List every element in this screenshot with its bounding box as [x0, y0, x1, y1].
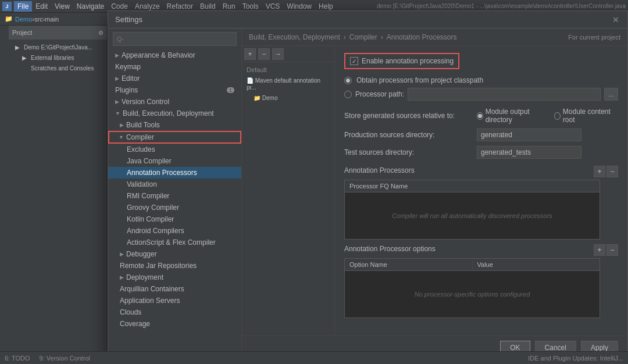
- enable-annotation-checkbox-container: Enable annotation processing: [344, 53, 459, 69]
- processor-path-radio[interactable]: [344, 91, 352, 98]
- demo-profile-item[interactable]: 📁 Demo: [242, 92, 334, 103]
- options-table-header: Option Name Value: [345, 259, 600, 271]
- options-empty-message: No processor-specific options configured: [415, 291, 530, 298]
- project-panel: Project ⚙ ▶ Demo E:\GitProject\Java... ▶…: [9, 26, 108, 364]
- expand-icon: ▶: [120, 122, 124, 128]
- nav-plugins[interactable]: Plugins 1: [108, 84, 241, 96]
- project-label: Project: [12, 29, 32, 36]
- menu-navigate[interactable]: Navigate: [73, 1, 108, 12]
- nav-build-execution[interactable]: ▼ Build, Execution, Deployment: [108, 108, 241, 119]
- remove-processor-row-button[interactable]: −: [606, 166, 618, 177]
- bottom-bar: 6: TODO 9: Version Control IDE and Plugi…: [0, 351, 628, 364]
- module-content-radio[interactable]: [554, 112, 561, 120]
- processor-path-label: Processor path:: [355, 90, 404, 98]
- add-option-button[interactable]: +: [594, 244, 605, 256]
- obtain-classpath-radio[interactable]: [344, 77, 352, 84]
- nav-clouds[interactable]: Clouds: [108, 306, 241, 318]
- tree-scratches-label: Scratches and Consoles: [31, 65, 94, 72]
- tree-demo[interactable]: ▶ Demo E:\GitProject\Java...: [9, 42, 107, 52]
- nav-actionscript-compiler[interactable]: ActionScript & Flex Compiler: [108, 237, 241, 248]
- tree-scratches[interactable]: Scratches and Consoles: [9, 63, 107, 73]
- processors-header-row: Annotation Processors + −: [344, 166, 618, 177]
- enable-annotation-checkbox[interactable]: [350, 57, 358, 65]
- plugins-badge: 1: [227, 87, 234, 93]
- test-sources-label: Test sources directory:: [344, 148, 472, 156]
- store-generated-row: Store generated sources relative to: Mod…: [344, 108, 618, 124]
- config-area: Enable annotation processing Obtain proc…: [335, 46, 627, 336]
- menu-refactor[interactable]: Refactor: [163, 1, 197, 12]
- menu-run[interactable]: Run: [219, 1, 239, 12]
- breadcrumb-main[interactable]: main: [45, 16, 59, 23]
- processor-path-input[interactable]: [408, 88, 601, 101]
- menu-view[interactable]: View: [51, 1, 73, 12]
- nav-deployment[interactable]: ▶ Deployment: [108, 272, 241, 283]
- breadcrumb-part3: Annotation Processors: [387, 33, 457, 41]
- add-processor-row-button[interactable]: +: [594, 166, 605, 177]
- nav-validation[interactable]: Validation: [108, 179, 241, 190]
- demo-icon: 📁: [254, 95, 262, 101]
- nav-keymap[interactable]: Keymap: [108, 61, 241, 73]
- project-settings-icon[interactable]: ⚙: [98, 30, 104, 36]
- remove-processor-button[interactable]: −: [258, 48, 270, 60]
- nav-version-control[interactable]: ▶ Version Control: [108, 96, 241, 108]
- version-control-label[interactable]: 9: Version Control: [40, 355, 90, 362]
- nav-compiler[interactable]: ▼ Compiler: [108, 131, 241, 144]
- dialog-title: Settings: [115, 15, 142, 24]
- options-header-row: Annotation Processor options + −: [344, 244, 618, 256]
- close-icon[interactable]: ✕: [611, 15, 620, 24]
- nav-editor[interactable]: ▶ Editor: [108, 73, 241, 84]
- module-output-radio[interactable]: [477, 112, 483, 120]
- library-icon: ▶: [20, 53, 28, 62]
- expand-icon: ▶: [120, 274, 124, 280]
- settings-search-input[interactable]: [113, 32, 237, 46]
- menu-window[interactable]: Window: [283, 1, 315, 12]
- store-generated-label: Store generated sources relative to:: [344, 112, 472, 120]
- production-sources-input[interactable]: [477, 129, 581, 141]
- move-processor-button[interactable]: →: [272, 48, 284, 60]
- tree-external-libs[interactable]: ▶ External libraries: [9, 52, 107, 63]
- maven-default-item[interactable]: 📄 Maven default annotation pr...: [242, 75, 334, 92]
- nav-remote-jar[interactable]: Remote Jar Repositories: [108, 260, 241, 272]
- nav-debugger[interactable]: ▶ Debugger: [108, 248, 241, 260]
- nav-java-compiler[interactable]: Java Compiler: [108, 155, 241, 167]
- breadcrumb-src[interactable]: src: [34, 16, 43, 23]
- nav-kotlin-compiler[interactable]: Kotlin Compiler: [108, 213, 241, 225]
- nav-coverage[interactable]: Coverage: [108, 318, 241, 330]
- for-current-project-label: For current project: [568, 34, 620, 41]
- menu-build[interactable]: Build: [197, 1, 219, 12]
- options-section-title: Annotation Processor options: [344, 245, 436, 253]
- menu-vcs[interactable]: VCS: [262, 1, 284, 12]
- nav-annotation-processors[interactable]: Annotation Processors: [108, 167, 241, 179]
- tree-toolbar: + − →: [242, 46, 334, 62]
- menu-file[interactable]: File: [14, 1, 32, 12]
- remove-option-button[interactable]: −: [606, 244, 618, 256]
- search-box: [108, 28, 241, 49]
- nav-android-compilers[interactable]: Android Compilers: [108, 225, 241, 237]
- menu-analyze[interactable]: Analyze: [131, 1, 163, 12]
- nav-groovy-compiler[interactable]: Groovy Compiler: [108, 202, 241, 213]
- menu-edit[interactable]: Edit: [32, 1, 51, 12]
- processor-fq-col: Processor FQ Name: [345, 180, 600, 192]
- menu-code[interactable]: Code: [108, 1, 131, 12]
- nav-build-tools[interactable]: ▶ Build Tools: [108, 119, 241, 131]
- option-value-col: Value: [473, 259, 600, 270]
- menu-help[interactable]: Help: [315, 1, 337, 12]
- test-sources-input[interactable]: [477, 146, 581, 159]
- nav-arquillian[interactable]: Arquillian Containers: [108, 283, 241, 295]
- processors-table-header: Processor FQ Name: [345, 180, 600, 192]
- expand-icon: ▶: [115, 76, 119, 81]
- default-profile-item[interactable]: Default: [242, 65, 334, 75]
- module-output-radio-container: Module output directory: [477, 108, 543, 124]
- todo-label[interactable]: 6: TODO: [5, 355, 30, 362]
- nav-application-servers[interactable]: Application Servers: [108, 295, 241, 306]
- menu-tools[interactable]: Tools: [239, 1, 262, 12]
- production-sources-label: Production sources directory:: [344, 131, 472, 139]
- nav-excludes[interactable]: Excludes: [108, 144, 241, 155]
- nav-appearance[interactable]: ▶ Appearance & Behavior: [108, 49, 241, 61]
- nav-rmi-compiler[interactable]: RMI Compiler: [108, 190, 241, 202]
- add-processor-button[interactable]: +: [244, 48, 256, 60]
- breadcrumb-demo[interactable]: Demo: [15, 16, 32, 23]
- processors-table-body: Compiler will run all automatically disc…: [345, 192, 600, 239]
- path-browse-button[interactable]: …: [604, 88, 618, 101]
- project-header: Project ⚙: [9, 26, 107, 40]
